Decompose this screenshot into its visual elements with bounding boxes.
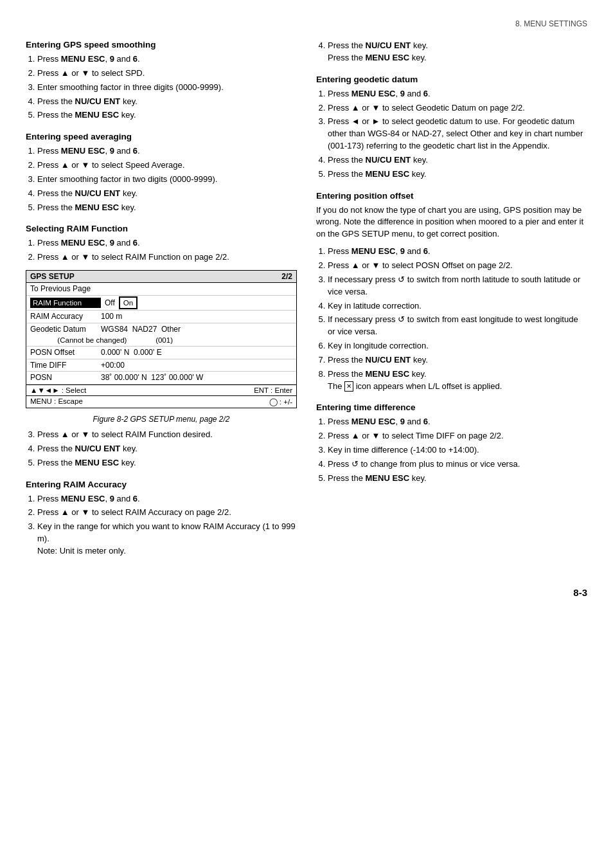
table-page: 2/2: [281, 272, 292, 281]
section-geodetic-datum: Entering geodetic datum Press MENU ESC, …: [316, 75, 587, 181]
list-item: Key in the range for which you want to k…: [37, 521, 297, 557]
list-item: Press ▲ or ▼ to select RAIM Function des…: [37, 429, 297, 441]
section-time-difference: Entering time difference Press MENU ESC,…: [316, 402, 587, 484]
list-item: Press ▲ or ▼ to select SPD.: [37, 68, 297, 80]
list-item: Press the MENU ESC key.: [328, 168, 587, 181]
list-item: Key in longitude correction.: [328, 340, 587, 352]
section-title-speed-averaging: Entering speed averaging: [26, 132, 297, 141]
section-title-gps-speed-smoothing: Entering GPS speed smoothing: [26, 40, 297, 50]
raim-accuracy-value: 100 m: [101, 311, 122, 322]
list-item: Press MENU ESC, 9 and 6.: [37, 237, 297, 249]
geodetic-datum-sub: (Cannot be changed) (001): [30, 335, 292, 345]
geodetic-datum-label: Geodetic Datum: [30, 324, 101, 335]
list-item: Press ▲ or ▼ to select Geodetic Datum on…: [328, 102, 587, 114]
list-item: If necessary press ↺ to switch from east…: [328, 314, 587, 338]
section-title-position-offset: Entering position offset: [316, 191, 587, 201]
table-row-posn: POSN 38˚ 00.000' N 123˚ 00.000' W: [26, 372, 296, 384]
list-item: Press ▲ or ▼ to select RAIM Accuracy on …: [37, 507, 297, 519]
list-item: Press the MENU ESC key. The ✕ icon appea…: [328, 368, 587, 393]
section-raim-accuracy: Entering RAIM Accuracy Press MENU ESC, 9…: [26, 480, 297, 557]
section-title-raim-function: Selecting RAIM Function: [26, 224, 297, 233]
gps-setup-table: GPS SETUP 2/2 To Previous Page RAIM Func…: [26, 270, 297, 408]
list-item: Press MENU ESC, 9 and 6.: [37, 145, 297, 158]
left-column: Entering GPS speed smoothing Press MENU …: [26, 40, 297, 568]
position-offset-intro: If you do not know the type of chart you…: [316, 204, 587, 241]
section-title-time-difference: Entering time difference: [316, 402, 587, 412]
raim-function-values: Off On: [105, 296, 138, 309]
list-item: If necessary press ↺ to switch from nort…: [328, 274, 587, 298]
geodetic-datum-values: WGS84 NAD27 Other: [101, 324, 181, 335]
list-item: Press the NU/CU ENT key.: [37, 188, 297, 200]
list-item: Press MENU ESC, 9 and 6.: [328, 88, 587, 100]
table-row-posn-offset: POSN Offset 0.000' N 0.000' E: [26, 347, 296, 359]
section-position-offset: Entering position offset If you do not k…: [316, 191, 587, 393]
list-item: Press the MENU ESC key.: [37, 457, 297, 469]
section-title-geodetic-datum: Entering geodetic datum: [316, 75, 587, 84]
section-raim-accuracy-cont: Press the NU/CU ENT key.Press the MENU E…: [316, 40, 587, 64]
list-item: Key in time difference (-14:00 to +14:00…: [328, 444, 587, 457]
list-item: Press the MENU ESC key.: [37, 202, 297, 214]
list-item: Press ▲ or ▼ to select Time DIFF on page…: [328, 430, 587, 442]
refresh-icon-2: ↺: [398, 314, 405, 326]
list-item: Press the NU/CU ENT key.: [37, 96, 297, 108]
list-item: Press ▲ or ▼ to select POSN Offset on pa…: [328, 260, 587, 272]
posn-offset-value: 0.000' N 0.000' E: [101, 347, 162, 358]
list-item: Press MENU ESC, 9 and 6.: [37, 493, 297, 505]
list-item: Key in latitude correction.: [328, 300, 587, 312]
list-item: Press ▲ or ▼ to select RAIM Function on …: [37, 251, 297, 264]
footer-plusminus: ◯ : +/-: [269, 397, 292, 406]
list-item: Press the NU/CU ENT key.: [328, 354, 587, 366]
footer-escape: MENU : Escape: [30, 397, 83, 406]
list-item: Press the NU/CU ENT key.Press the MENU E…: [328, 40, 587, 64]
table-title: GPS SETUP: [30, 272, 75, 281]
footer-enter: ENT : Enter: [254, 386, 292, 394]
right-column: Press the NU/CU ENT key.Press the MENU E…: [316, 40, 587, 568]
list-item: Enter smoothing factor in three digits (…: [37, 82, 297, 94]
time-diff-label: Time DIFF: [30, 360, 101, 371]
table-footer-2: MENU : Escape ◯ : +/-: [26, 395, 296, 408]
table-header: GPS SETUP 2/2: [26, 271, 296, 283]
page-header: 8. MENU SETTINGS: [26, 19, 587, 28]
refresh-icon-1: ↺: [398, 274, 405, 286]
list-item: Press MENU ESC, 9 and 6.: [328, 416, 587, 428]
list-item: Press ▲ or ▼ to select Speed Average.: [37, 159, 297, 172]
section-speed-averaging: Entering speed averaging Press MENU ESC,…: [26, 132, 297, 213]
header-text: 8. MENU SETTINGS: [515, 19, 587, 28]
figure-caption: Figure 8-2 GPS SETUP menu, page 2/2: [26, 415, 297, 424]
table-footer: ▲▼◄► : Select ENT : Enter: [26, 384, 296, 395]
previous-page-link: To Previous Page: [30, 284, 91, 294]
table-row-previous-page: To Previous Page: [26, 283, 296, 296]
section-title-raim-accuracy: Entering RAIM Accuracy: [26, 480, 297, 489]
raim-off-value: Off: [105, 298, 115, 309]
list-item: Enter smoothing factor in two digits (00…: [37, 174, 297, 186]
list-item: Press the NU/CU ENT key.: [328, 154, 587, 167]
posn-offset-label: POSN Offset: [30, 347, 101, 358]
footer-select: ▲▼◄► : Select: [30, 386, 86, 394]
list-item: Press ◄ or ► to select geodetic datum to…: [328, 116, 587, 152]
section-gps-speed-smoothing: Entering GPS speed smoothing Press MENU …: [26, 40, 297, 122]
page-number: 8-3: [26, 587, 587, 598]
table-row-geodetic-datum: Geodetic Datum WGS84 NAD27 Other (Cannot…: [26, 323, 296, 347]
list-item: Press the MENU ESC key.: [37, 109, 297, 122]
raim-accuracy-label: RAIM Accuracy: [30, 311, 101, 322]
list-item: Press MENU ESC, 9 and 6.: [328, 246, 587, 258]
map-icon: ✕: [344, 381, 353, 392]
raim-on-value-boxed: On: [119, 296, 138, 309]
list-item: Press the MENU ESC key.: [328, 473, 587, 485]
refresh-icon-3: ↺: [351, 458, 359, 471]
list-item: Press MENU ESC, 9 and 6.: [37, 53, 297, 66]
table-row-time-diff: Time DIFF +00:00: [26, 359, 296, 372]
posn-label: POSN: [30, 372, 101, 383]
page-number-text: 8-3: [573, 587, 587, 598]
list-item: Press the NU/CU ENT key.: [37, 443, 297, 455]
posn-value: 38˚ 00.000' N 123˚ 00.000' W: [101, 372, 203, 383]
list-item: Press ↺ to change from plus to minus or …: [328, 458, 587, 471]
time-diff-value: +00:00: [101, 360, 125, 371]
section-raim-function: Selecting RAIM Function Press MENU ESC, …: [26, 224, 297, 469]
table-row-raim-function: RAIM Function Off On: [26, 296, 296, 311]
table-row-raim-accuracy: RAIM Accuracy 100 m: [26, 311, 296, 323]
raim-function-label: RAIM Function: [30, 298, 101, 308]
